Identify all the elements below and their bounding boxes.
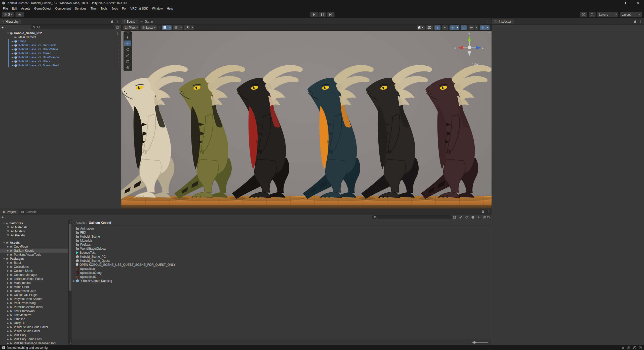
expander-open-icon[interactable]: ▼ xyxy=(7,32,10,34)
package-folder-item[interactable]: ▶ Custom NUnit xyxy=(0,269,68,273)
open-prefab-chevron[interactable]: › xyxy=(117,64,118,67)
asset-folder-item[interactable]: ▶ CopyPose xyxy=(0,245,68,249)
package-folder-item[interactable]: ▶ Post Processing xyxy=(0,301,68,305)
scene-lighting-toggle[interactable] xyxy=(434,25,440,30)
scroll-down-arrow[interactable]: ▼ xyxy=(69,342,72,344)
kebab-menu-icon[interactable]: ⋮ xyxy=(486,19,490,23)
package-folder-item[interactable]: ▶ Visual Studio Code Editor xyxy=(0,325,68,329)
package-folder-item[interactable]: ▶ VRCFury xyxy=(0,333,68,337)
handle-rotation-dropdown[interactable]: Local ▾ xyxy=(141,25,157,30)
expander-icon[interactable]: ▶ xyxy=(11,52,14,55)
asset-file-row[interactable]: ▶ Materials xyxy=(72,239,492,243)
hierarchy-item-row[interactable]: ▶ Kobold_Base_v2_BlueOrange › xyxy=(0,55,121,59)
open-search-window-icon[interactable] xyxy=(453,215,457,219)
effects-toggle[interactable] xyxy=(450,25,456,30)
transform-tool-button[interactable] xyxy=(124,65,131,70)
menu-item[interactable]: Jobs xyxy=(109,6,120,11)
effects-dropdown[interactable]: ▾ xyxy=(456,25,459,30)
package-folder-item[interactable]: ▶ Newtonsoft Json xyxy=(0,289,68,293)
package-folder-item[interactable]: ▶ Mathematics xyxy=(0,281,68,285)
scroll-up-arrow[interactable]: ▲ xyxy=(69,221,72,223)
hierarchy-item-row[interactable]: ▶ Kobold_Base_v2_Green › xyxy=(0,51,121,55)
open-prefab-chevron[interactable]: › xyxy=(117,52,118,55)
expander-icon[interactable]: ▶ xyxy=(11,40,14,42)
gizmos-dropdown[interactable]: ▾ xyxy=(486,25,490,30)
package-folder-item[interactable]: ▶ Gesture Manager xyxy=(0,273,68,277)
overlay-drag-handle[interactable]: ≡≡ xyxy=(124,32,132,34)
menu-item[interactable]: Tools xyxy=(98,6,109,11)
debugger-disabled-icon[interactable] xyxy=(621,346,625,349)
favorite-search-item[interactable]: All Materials xyxy=(0,225,68,229)
breadcrumb-current[interactable]: Gallium Kobold xyxy=(89,221,111,225)
favorite-search-item[interactable]: All Models xyxy=(0,229,68,233)
asset-file-row[interactable]: ▶ OPEN KOBOLD_SCENE_USE_QUEST_SCENE_FOR_… xyxy=(72,263,492,267)
grid-snapping-toggle[interactable] xyxy=(162,25,168,30)
orientation-gizmo[interactable]: y x z xyxy=(454,32,485,62)
tab-project[interactable]: Project xyxy=(0,209,19,214)
asset-folder-item[interactable]: ▶ Gallium Kobold xyxy=(0,249,68,253)
project-search-input[interactable] xyxy=(372,215,452,219)
asset-file-row[interactable]: ▶ uploadicon2png xyxy=(72,271,492,275)
package-folder-item[interactable]: ▶ Oculus XR Plugin xyxy=(0,293,68,297)
expander-open-icon[interactable]: ▼ xyxy=(3,222,6,225)
menu-item[interactable]: Component xyxy=(53,6,73,11)
expander-icon[interactable]: ▶ xyxy=(7,314,10,316)
open-search-window-icon[interactable] xyxy=(116,26,119,29)
menu-item[interactable]: Window xyxy=(150,6,165,11)
packages-root[interactable]: ▼ Packages xyxy=(0,257,68,261)
expander-icon[interactable]: ▶ xyxy=(7,318,10,320)
gizmos-toggle[interactable] xyxy=(480,25,486,30)
package-folder-item[interactable]: ▶ Burst xyxy=(0,261,68,265)
projection-mode-button[interactable]: ≡ Iso xyxy=(471,62,478,65)
scrollbar-thumb[interactable] xyxy=(69,224,71,291)
package-folder-item[interactable]: ▶ Test Framework xyxy=(0,309,68,313)
layout-dropdown[interactable]: Layout ▾ xyxy=(620,12,642,17)
grid-snapping-dropdown[interactable]: ▾ xyxy=(168,25,172,30)
asset-file-row[interactable]: ▶ Kobold_Scene_Quest xyxy=(72,259,492,263)
package-folder-item[interactable]: ▶ Mono Cecil xyxy=(0,285,68,289)
asset-file-row[interactable]: ▶ uploadicon xyxy=(72,267,492,271)
pivot-mode-dropdown[interactable]: Pivot ▾ xyxy=(123,25,139,30)
asset-file-row[interactable]: ▶ Animation xyxy=(72,227,492,231)
tab-console[interactable]: Console xyxy=(19,209,39,214)
move-tool-button[interactable] xyxy=(124,40,131,46)
2d-view-toggle[interactable]: 2D xyxy=(426,25,433,30)
expander-icon[interactable]: ▶ xyxy=(7,253,10,256)
hierarchy-scene-row[interactable]: ▼ Kobold_Scene_PC* ⋮ xyxy=(0,31,121,35)
expander-icon[interactable]: ▶ xyxy=(7,245,10,248)
expander-icon[interactable]: ▶ xyxy=(11,64,14,67)
package-folder-item[interactable]: ▶ Poiyomi Toon Shader xyxy=(0,297,68,301)
maximize-button[interactable] xyxy=(621,0,632,6)
create-asset-button[interactable]: + xyxy=(2,215,4,219)
expander-icon[interactable]: ▶ xyxy=(7,286,10,288)
menu-item[interactable]: Services xyxy=(73,6,88,11)
tree-scrollbar[interactable]: ▲ ▼ xyxy=(68,220,72,345)
camera-settings-button[interactable] xyxy=(468,25,474,30)
asset-file-row[interactable]: ▶ Prefabs xyxy=(72,243,492,247)
hierarchy-item-row[interactable]: ▶ Kobold_Base_v2_MaroonRed › xyxy=(0,63,121,67)
auto-refresh-disabled-icon[interactable] xyxy=(633,346,636,349)
expander-icon[interactable]: ▶ xyxy=(7,342,10,344)
expander-icon[interactable]: ▶ xyxy=(73,280,76,282)
menu-item[interactable]: Help xyxy=(165,6,175,11)
expander-icon[interactable]: ▶ xyxy=(7,266,10,268)
cloud-services-button[interactable] xyxy=(15,12,24,17)
tab-game[interactable]: Game xyxy=(138,19,155,24)
expander-open-icon[interactable]: ▼ xyxy=(3,241,6,244)
thumbnail-size-slider[interactable] xyxy=(472,342,488,343)
lock-icon[interactable] xyxy=(482,211,484,213)
favorite-search-item[interactable]: All Prefabs xyxy=(0,233,68,237)
asset-file-row[interactable]: ▶ Kobold_Scene_PC xyxy=(72,255,492,259)
undo-history-button[interactable] xyxy=(580,12,587,17)
step-button[interactable] xyxy=(327,12,335,17)
minimize-button[interactable] xyxy=(609,0,621,6)
package-folder-item[interactable]: ▶ Pumkins Avatar Tools xyxy=(0,305,68,309)
kebab-menu-icon[interactable]: ⋮ xyxy=(116,31,119,35)
expander-icon[interactable]: ▶ xyxy=(7,330,10,332)
expander-icon[interactable]: ▶ xyxy=(7,294,10,296)
package-folder-item[interactable]: ▶ Collections xyxy=(0,265,68,269)
expander-icon[interactable]: ▶ xyxy=(7,290,10,292)
camera-settings-dropdown[interactable]: ▾ xyxy=(475,25,478,30)
expander-icon[interactable]: ▶ xyxy=(7,306,10,308)
tab-inspector[interactable]: ⓘ Inspector xyxy=(492,19,514,24)
